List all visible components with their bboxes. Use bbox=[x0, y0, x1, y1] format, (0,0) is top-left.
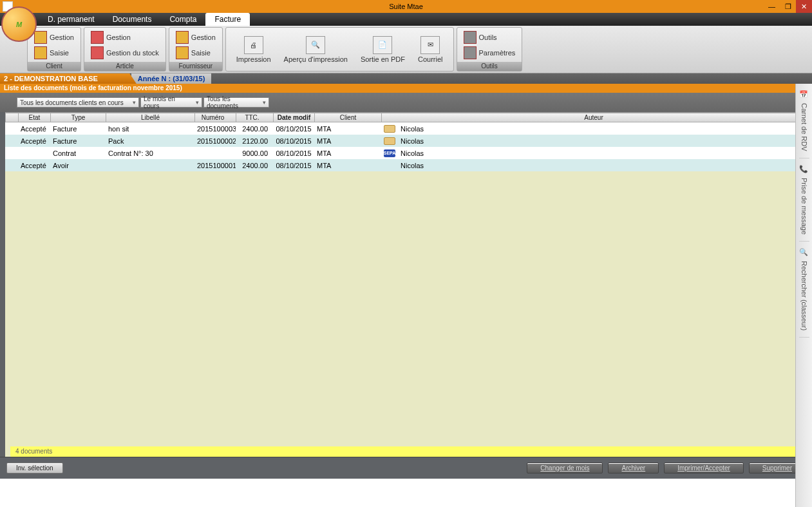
article-gestion-button[interactable]: Gestion bbox=[91, 31, 159, 44]
col-ttc[interactable]: TTC. bbox=[236, 113, 274, 122]
list-title: Liste des documents (mois de facturation… bbox=[0, 84, 812, 93]
print-button[interactable]: 🖨Impression bbox=[230, 35, 278, 64]
edit-icon bbox=[34, 46, 47, 59]
search-icon: 🔍 bbox=[799, 248, 809, 258]
article-stock-button[interactable]: Gestion du stock bbox=[91, 46, 159, 59]
minimize-button[interactable]: — bbox=[764, 0, 780, 13]
filter-bar: Tous les documents clients en cours Le m… bbox=[0, 93, 812, 112]
year-label: Année N : (31/03/15) bbox=[131, 73, 212, 84]
pdf-icon: 📄 bbox=[373, 36, 392, 54]
ribbon-group-client: Gestion Saisie Client bbox=[27, 27, 81, 72]
boxes-icon bbox=[91, 46, 104, 59]
cell-ttc: 2120.00 bbox=[236, 137, 273, 145]
maximize-button[interactable]: ❐ bbox=[780, 0, 796, 13]
col-icon[interactable] bbox=[6, 113, 19, 122]
cell-date: 08/10/2015 bbox=[273, 149, 314, 157]
cell-client: MTA bbox=[314, 137, 381, 145]
table-row[interactable]: AcceptéAvoir20151000012400.0008/10/2015M… bbox=[5, 159, 807, 171]
col-numero[interactable]: Numéro doc. bbox=[195, 113, 236, 122]
menu-facture[interactable]: Facture bbox=[205, 13, 250, 26]
col-type[interactable]: Type bbox=[51, 113, 106, 122]
magnifier-icon: 🔍 bbox=[306, 36, 325, 54]
print-accept-button[interactable]: Imprimer/Accepter bbox=[664, 463, 744, 474]
context-bar: 2 - DEMONSTRATION BASE Année N : (31/03/… bbox=[0, 73, 812, 84]
change-month-button[interactable]: Changer de mois bbox=[527, 463, 603, 474]
side-message-tab[interactable]: 📞 Prise de message bbox=[799, 158, 809, 242]
cell-libelle: Pack bbox=[106, 137, 194, 145]
ribbon-group-label: Outils bbox=[457, 62, 522, 71]
cell-ttc: 2400.00 bbox=[236, 162, 273, 169]
wrench-icon bbox=[464, 31, 477, 44]
filter-doc-type[interactable]: Tous les documents clients en cours bbox=[17, 97, 139, 108]
settings-button[interactable]: Paramètres bbox=[464, 46, 516, 59]
cell-etat: Accepté bbox=[18, 125, 50, 133]
col-date-modif[interactable]: Date modif bbox=[274, 113, 315, 122]
filter-scope[interactable]: Tous les documents bbox=[203, 97, 269, 108]
table-row[interactable]: AcceptéFacturehon sit20151000032400.0008… bbox=[5, 122, 807, 135]
cell-date: 08/10/2015 bbox=[273, 162, 314, 169]
folder-icon bbox=[34, 31, 47, 44]
side-label: Prise de message bbox=[800, 178, 808, 234]
cell-etat: Accepté bbox=[18, 162, 50, 169]
document-icon bbox=[384, 125, 395, 133]
preview-button[interactable]: 🔍Aperçu d'impression bbox=[278, 35, 354, 64]
edit-icon bbox=[176, 46, 189, 59]
col-client[interactable]: Client bbox=[315, 113, 382, 122]
cell-client: MTA bbox=[314, 162, 381, 169]
menu-documents[interactable]: Documents bbox=[104, 13, 161, 26]
printer-icon: 🖨 bbox=[244, 36, 263, 54]
col-libelle[interactable]: Libellé bbox=[106, 113, 195, 122]
cell-type: Contrat bbox=[50, 149, 106, 157]
ribbon-group-label: Article bbox=[84, 62, 165, 71]
menu-permanent[interactable]: D. permanent bbox=[39, 13, 104, 26]
cell-auteur: Nicolas bbox=[398, 162, 807, 169]
mail-button[interactable]: ✉Courriel bbox=[411, 35, 449, 64]
base-name: 2 - DEMONSTRATION BASE bbox=[0, 73, 137, 84]
client-saisie-button[interactable]: Saisie bbox=[34, 46, 74, 59]
filter-period[interactable]: Le mois en cours bbox=[140, 97, 202, 108]
title-bar: Suite Mtae — ❐ ✕ bbox=[0, 0, 812, 13]
ribbon-group-label: Client bbox=[28, 62, 80, 71]
cell-client: MTA bbox=[314, 149, 381, 157]
cell-numero: 2015100001 bbox=[194, 162, 236, 169]
cell-auteur: Nicolas bbox=[398, 125, 807, 133]
cell-libelle: hon sit bbox=[106, 125, 194, 133]
menu-bar: D. permanent Documents Compta Facture bbox=[0, 13, 812, 26]
cell-numero: 2015100003 bbox=[194, 125, 236, 133]
fourn-saisie-button[interactable]: Saisie bbox=[176, 46, 216, 59]
cell-ttc: 2400.00 bbox=[236, 125, 273, 133]
menu-compta[interactable]: Compta bbox=[160, 13, 205, 26]
side-label: Carnet de RDV bbox=[800, 103, 808, 151]
side-panel: 📅 Carnet de RDV 📞 Prise de message 🔍 Rec… bbox=[795, 84, 812, 507]
table-row[interactable]: AcceptéFacturePack20151000022120.0008/10… bbox=[5, 135, 807, 147]
window-title: Suite Mtae bbox=[389, 3, 423, 10]
col-auteur[interactable]: Auteur bbox=[382, 113, 806, 122]
cell-ttc: 9000.00 bbox=[236, 149, 273, 157]
col-etat[interactable]: Etat bbox=[19, 113, 51, 122]
tools-button[interactable]: Outils bbox=[464, 31, 516, 44]
side-rdv-tab[interactable]: 📅 Carnet de RDV bbox=[799, 84, 809, 158]
cell-client: MTA bbox=[314, 125, 381, 133]
close-button[interactable]: ✕ bbox=[796, 0, 812, 13]
pdf-button[interactable]: 📄Sortie en PDF bbox=[354, 35, 411, 64]
ribbon-group-outils: Outils Paramètres Outils bbox=[457, 27, 523, 72]
document-icon bbox=[384, 137, 395, 145]
client-gestion-button[interactable]: Gestion bbox=[34, 31, 74, 44]
cell-auteur: Nicolas bbox=[398, 149, 807, 157]
table-header: Etat Type Libellé Numéro doc. TTC. Date … bbox=[5, 113, 807, 122]
table-row[interactable]: ContratContrat N°: 309000.0008/10/2015MT… bbox=[5, 147, 807, 159]
app-logo: M bbox=[1, 6, 37, 42]
gear-icon bbox=[464, 46, 477, 59]
ribbon-group-label: Fournisseur bbox=[169, 62, 222, 71]
ribbon: Gestion Saisie Client Gestion Gestion du… bbox=[0, 26, 812, 73]
fourn-gestion-button[interactable]: Gestion bbox=[176, 31, 216, 44]
cell-etat: Accepté bbox=[18, 137, 50, 145]
inv-selection-button[interactable]: Inv. sélection bbox=[6, 463, 63, 474]
archive-button[interactable]: Archiver bbox=[608, 463, 659, 474]
table-container: Etat Type Libellé Numéro doc. TTC. Date … bbox=[0, 112, 812, 457]
ribbon-group-article: Gestion Gestion du stock Article bbox=[84, 27, 166, 72]
cell-auteur: Nicolas bbox=[398, 137, 807, 145]
ribbon-group-fournisseur: Gestion Saisie Fournisseur bbox=[169, 27, 223, 72]
side-search-tab[interactable]: 🔍 Rechercher (classeur) bbox=[799, 242, 809, 338]
cell-date: 08/10/2015 bbox=[273, 125, 314, 133]
